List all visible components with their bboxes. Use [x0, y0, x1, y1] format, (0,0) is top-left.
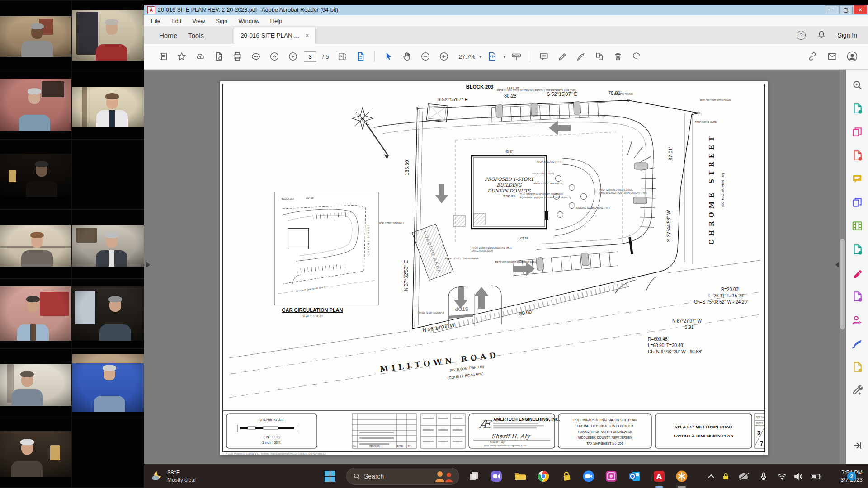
zoom-in-icon[interactable] [436, 49, 452, 64]
participant-1[interactable] [0, 1, 71, 70]
email-icon[interactable] [825, 49, 840, 64]
fill-sign-tool[interactable] [848, 332, 866, 355]
photos-app-icon[interactable] [602, 464, 620, 488]
avatar-icon[interactable] [844, 49, 860, 64]
volume-icon[interactable] [791, 464, 806, 488]
tab-tools[interactable]: Tools [183, 32, 209, 39]
outlook-icon[interactable] [626, 464, 644, 488]
wifi-icon[interactable] [775, 464, 789, 488]
compress-pdf-tool[interactable] [848, 238, 866, 261]
search-box[interactable]: Search [346, 468, 459, 485]
page-thumbnails-icon[interactable] [335, 49, 350, 64]
participant-3[interactable] [0, 70, 71, 139]
participant-6[interactable] [72, 140, 144, 209]
previous-page-icon[interactable] [267, 49, 282, 64]
lasso-icon[interactable] [629, 49, 644, 64]
hand-tool-icon[interactable] [399, 49, 415, 64]
close-button[interactable]: ✕ [854, 5, 867, 14]
zoom-out-icon[interactable] [418, 49, 433, 64]
edit-pdf-tool[interactable] [848, 214, 866, 238]
participant-5[interactable] [0, 140, 71, 209]
convert-pages-icon[interactable] [592, 49, 607, 64]
menu-item[interactable]: View [192, 18, 205, 24]
start-button[interactable] [321, 464, 339, 488]
maximize-button[interactable]: ▢ [839, 5, 853, 14]
password-manager-icon[interactable] [558, 464, 576, 488]
onedrive-paused-icon[interactable] [736, 464, 751, 488]
share-icon[interactable] [193, 49, 208, 64]
clock-widget[interactable]: 7:54 PM 3/7/2023 [821, 464, 863, 488]
tray-lock-icon[interactable] [719, 464, 732, 488]
more-options-icon[interactable] [248, 49, 264, 64]
search-highlights-icon[interactable] [432, 469, 456, 483]
next-page-icon[interactable] [285, 49, 301, 64]
chrome-icon[interactable] [534, 464, 552, 488]
tab-document[interactable]: 20-016 SITE PLAN ... × [234, 27, 316, 44]
fill-sign-pen-icon[interactable] [573, 49, 589, 64]
page-number-input[interactable]: 3 [304, 51, 316, 62]
highlighter-icon[interactable] [555, 49, 570, 64]
link-icon[interactable] [805, 49, 820, 64]
title-bar[interactable]: A 20-016 SITE PLAN REV. 2-20-2023.pdf - … [144, 5, 868, 15]
export-pdf-tool[interactable] [848, 97, 866, 120]
bell-icon[interactable] [817, 30, 826, 40]
minimize-button[interactable]: – [825, 5, 838, 14]
active-tool-icon[interactable] [353, 49, 368, 64]
fit-page-icon[interactable] [485, 49, 500, 64]
participant-13[interactable] [0, 418, 71, 487]
request-signatures-tool[interactable] [848, 308, 866, 332]
nav-pane-expand-icon[interactable] [146, 262, 150, 268]
weather-widget[interactable]: 38°F Mostly clear [150, 464, 196, 488]
menu-item[interactable]: Window [238, 18, 259, 24]
participant-2[interactable] [72, 1, 144, 70]
notification-badge[interactable]: 2 [847, 472, 856, 481]
tray-chevron-icon[interactable] [704, 464, 718, 488]
microphone-icon[interactable] [757, 464, 770, 488]
save-icon[interactable] [156, 49, 171, 64]
participant-14[interactable] [72, 418, 144, 487]
participant-4[interactable] [72, 70, 144, 139]
sign-in-button[interactable]: Sign In [837, 32, 857, 39]
export-pdf-icon[interactable] [211, 49, 226, 64]
document-area[interactable]: PROPOSED 1-STORY BUILDING DUNKIN DONUTS … [144, 70, 868, 465]
tools-pane-collapse-icon[interactable] [835, 262, 839, 268]
vertical-scrollbar[interactable] [840, 70, 845, 465]
participant-8[interactable] [72, 210, 144, 278]
select-tool-icon[interactable] [381, 49, 396, 64]
print-icon[interactable] [230, 49, 245, 64]
tab-close-icon[interactable]: × [306, 32, 309, 39]
zoom-app-icon[interactable] [580, 464, 598, 488]
organize-pages-tool[interactable] [848, 120, 866, 144]
zoom-level-value[interactable]: 27.7% [458, 53, 475, 60]
comment-icon[interactable] [536, 49, 552, 64]
help-icon[interactable]: ? [797, 31, 806, 40]
more-tools[interactable] [848, 379, 866, 402]
redact-tool[interactable] [848, 285, 866, 308]
create-pdf-tool[interactable] [848, 144, 866, 167]
fit-dropdown-caret[interactable]: ▾ [503, 54, 505, 59]
file-explorer-icon[interactable] [511, 464, 529, 488]
menu-item[interactable]: Sign [216, 18, 227, 24]
chat-app-icon[interactable] [487, 464, 505, 488]
star-icon[interactable] [174, 49, 189, 64]
participant-10[interactable] [72, 279, 144, 348]
page-forward-icon[interactable] [852, 440, 863, 451]
read-mode-icon[interactable] [509, 49, 524, 64]
comment-tool[interactable] [848, 167, 866, 191]
participant-7[interactable] [0, 210, 71, 278]
marquee-zoom-tool[interactable] [848, 73, 866, 97]
task-view-button[interactable] [465, 464, 483, 488]
zoom-dropdown-caret[interactable]: ▾ [479, 54, 481, 59]
webex-app-icon[interactable] [673, 464, 691, 488]
scrollbar-thumb[interactable] [840, 239, 845, 329]
acrobat-taskbar-icon[interactable]: A [650, 464, 668, 488]
menu-item[interactable]: Help [270, 18, 283, 24]
send-comments-tool[interactable] [848, 355, 866, 379]
participant-12[interactable] [72, 349, 144, 418]
highlight-tool[interactable] [848, 261, 866, 285]
tab-home[interactable]: Home [154, 32, 183, 39]
menu-item[interactable]: File [151, 18, 160, 24]
participant-11[interactable] [0, 349, 71, 418]
menu-item[interactable]: Edit [171, 18, 181, 24]
delete-icon[interactable] [610, 49, 626, 64]
